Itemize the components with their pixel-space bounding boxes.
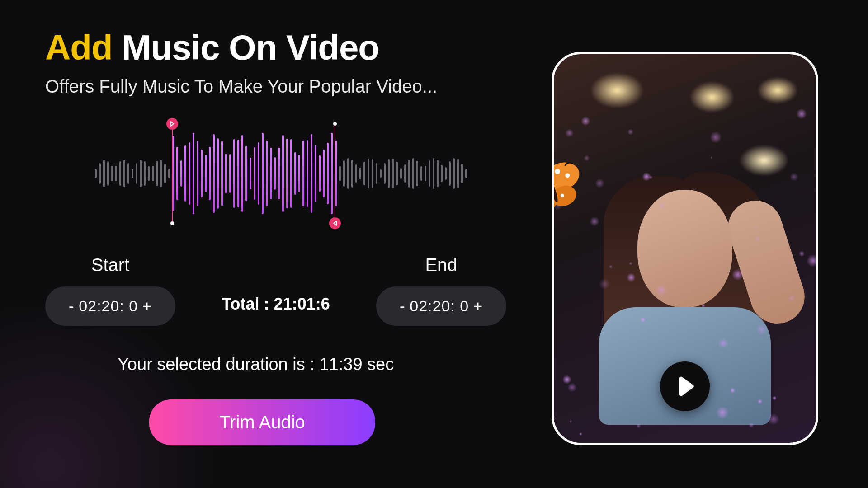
sparkle	[584, 155, 590, 161]
waveform-bar	[380, 169, 382, 178]
waveform-bar	[327, 143, 329, 205]
waveform-bar	[266, 141, 268, 206]
waveform-bar	[449, 161, 451, 186]
trim-start-marker[interactable]	[172, 124, 173, 223]
start-minus-button[interactable]: -	[67, 297, 76, 315]
waveform-bar	[205, 155, 207, 192]
start-time-pill: - 02:20: 0 +	[45, 286, 175, 326]
waveform-bar	[298, 155, 300, 192]
sparkle	[768, 413, 779, 425]
trim-end-marker[interactable]	[335, 124, 335, 223]
waveform-bar	[197, 141, 198, 206]
waveform-bar	[107, 161, 109, 186]
bokeh-light	[757, 77, 798, 104]
waveform-bar	[412, 158, 414, 189]
end-plus-button[interactable]: +	[472, 297, 485, 315]
waveform-bar	[233, 139, 235, 208]
waveform-bar	[201, 150, 203, 197]
bokeh-light	[689, 81, 735, 113]
waveform-bar	[343, 160, 345, 186]
trim-end-handle[interactable]	[329, 217, 341, 229]
waveform-bar	[319, 155, 321, 192]
sparkle	[609, 265, 613, 269]
waveform-bar	[123, 160, 125, 187]
duration-value: 11:39 sec	[319, 355, 394, 374]
trim-audio-button[interactable]: Trim Audio	[149, 399, 375, 445]
total-value: 21:01:6	[274, 295, 330, 313]
waveform-bar	[355, 164, 357, 182]
sparkle	[799, 251, 804, 256]
sparkle	[796, 108, 807, 119]
waveform-bar	[217, 138, 219, 208]
waveform-bar	[176, 147, 178, 200]
waveform-bar	[95, 169, 97, 178]
sparkle	[749, 422, 754, 428]
waveform-bar	[453, 158, 455, 188]
waveform-bar	[416, 161, 418, 186]
waveform-bar	[461, 164, 463, 183]
sparkle	[627, 273, 635, 282]
trim-end-tail	[333, 122, 337, 126]
waveform-bar	[262, 133, 264, 214]
waveform-bar	[250, 158, 251, 189]
waveform-bar	[237, 140, 239, 207]
waveform-bar	[189, 142, 190, 205]
waveform-bar	[99, 163, 101, 184]
sparkle	[716, 406, 729, 419]
waveform-bar	[323, 150, 325, 198]
sparkle	[710, 156, 713, 159]
sparkle	[640, 317, 645, 322]
title-rest: Music On Video	[113, 28, 379, 67]
sparkle	[567, 383, 577, 392]
waveform-bar	[180, 160, 182, 187]
waveform-bar	[103, 160, 105, 187]
play-icon	[678, 376, 695, 396]
waveform-bar	[307, 140, 308, 207]
waveform-bar	[136, 163, 137, 184]
video-preview-card	[552, 52, 818, 445]
waveform-bar	[209, 147, 211, 200]
waveform-bar	[132, 169, 133, 178]
start-plus-button[interactable]: +	[141, 297, 154, 315]
waveform-bar	[213, 134, 215, 213]
waveform-bar	[384, 163, 386, 184]
right-panel	[547, 27, 823, 470]
waveform-bar	[433, 158, 434, 189]
waveform-bar	[274, 157, 276, 189]
waveform-bar	[408, 160, 410, 188]
time-controls-row: Start - 02:20: 0 + Total : 21:01:6 End -…	[45, 255, 506, 326]
end-time-column: End - 02:20: 0 +	[376, 255, 506, 326]
left-panel: Add Music On Video Offers Fully Music To…	[45, 27, 547, 470]
waveform-bar	[254, 147, 255, 200]
waveform-bar	[144, 161, 146, 186]
end-minus-button[interactable]: -	[398, 297, 407, 315]
waveform-editor[interactable]	[95, 124, 470, 223]
play-button[interactable]	[660, 361, 710, 411]
end-time-value: 02:20: 0	[410, 297, 469, 315]
end-time-pill: - 02:20: 0 +	[376, 286, 506, 326]
waveform-bar	[140, 160, 142, 187]
waveform-bar	[286, 139, 288, 208]
waveform-bar	[156, 161, 158, 186]
sparkle	[569, 420, 572, 423]
sparkle	[590, 216, 599, 226]
waveform-bar	[270, 148, 272, 200]
waveform-bar	[111, 166, 113, 181]
waveform-bar	[115, 166, 117, 181]
waveform-bar	[339, 166, 341, 181]
waveform-bar	[351, 160, 353, 187]
waveform-bar	[160, 160, 162, 187]
waveform-bar	[392, 159, 394, 188]
start-label: Start	[91, 255, 129, 275]
waveform-bar	[437, 160, 439, 187]
end-label: End	[425, 255, 457, 275]
title-accent: Add	[45, 28, 113, 67]
total-duration: Total : 21:01:6	[222, 295, 330, 314]
waveform-bar	[372, 159, 373, 188]
waveform-bar	[359, 168, 361, 179]
waveform-bar	[152, 166, 154, 182]
waveform-bar	[290, 139, 292, 208]
waveform-bar	[331, 133, 333, 214]
trim-start-handle[interactable]	[166, 118, 178, 130]
trim-start-tail	[170, 221, 174, 225]
